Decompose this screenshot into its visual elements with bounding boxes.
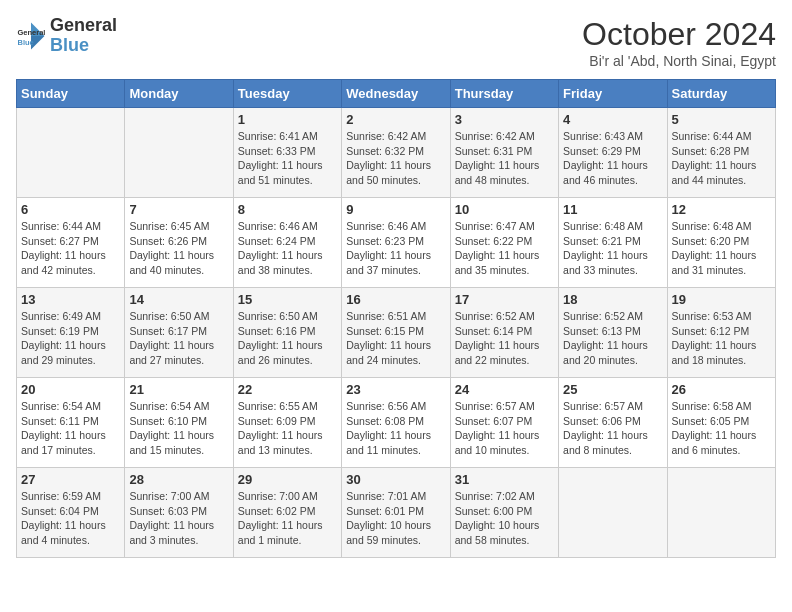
calendar-cell: 23Sunrise: 6:56 AM Sunset: 6:08 PM Dayli… <box>342 378 450 468</box>
calendar-cell: 12Sunrise: 6:48 AM Sunset: 6:20 PM Dayli… <box>667 198 775 288</box>
day-info: Sunrise: 6:44 AM Sunset: 6:28 PM Dayligh… <box>672 129 771 188</box>
calendar-cell <box>125 108 233 198</box>
day-info: Sunrise: 6:43 AM Sunset: 6:29 PM Dayligh… <box>563 129 662 188</box>
day-number: 16 <box>346 292 445 307</box>
calendar-body: 1Sunrise: 6:41 AM Sunset: 6:33 PM Daylig… <box>17 108 776 558</box>
day-number: 23 <box>346 382 445 397</box>
weekday-header: Monday <box>125 80 233 108</box>
day-number: 28 <box>129 472 228 487</box>
day-number: 19 <box>672 292 771 307</box>
day-number: 30 <box>346 472 445 487</box>
day-number: 12 <box>672 202 771 217</box>
calendar-week-row: 6Sunrise: 6:44 AM Sunset: 6:27 PM Daylig… <box>17 198 776 288</box>
day-number: 6 <box>21 202 120 217</box>
day-info: Sunrise: 6:59 AM Sunset: 6:04 PM Dayligh… <box>21 489 120 548</box>
day-info: Sunrise: 6:57 AM Sunset: 6:07 PM Dayligh… <box>455 399 554 458</box>
weekday-header: Saturday <box>667 80 775 108</box>
calendar-cell: 15Sunrise: 6:50 AM Sunset: 6:16 PM Dayli… <box>233 288 341 378</box>
day-info: Sunrise: 6:41 AM Sunset: 6:33 PM Dayligh… <box>238 129 337 188</box>
calendar-cell: 14Sunrise: 6:50 AM Sunset: 6:17 PM Dayli… <box>125 288 233 378</box>
day-info: Sunrise: 6:44 AM Sunset: 6:27 PM Dayligh… <box>21 219 120 278</box>
calendar-cell: 19Sunrise: 6:53 AM Sunset: 6:12 PM Dayli… <box>667 288 775 378</box>
day-info: Sunrise: 7:00 AM Sunset: 6:03 PM Dayligh… <box>129 489 228 548</box>
svg-text:Blue: Blue <box>18 38 34 47</box>
calendar-cell: 17Sunrise: 6:52 AM Sunset: 6:14 PM Dayli… <box>450 288 558 378</box>
day-number: 22 <box>238 382 337 397</box>
calendar-cell: 9Sunrise: 6:46 AM Sunset: 6:23 PM Daylig… <box>342 198 450 288</box>
day-number: 10 <box>455 202 554 217</box>
calendar-cell: 11Sunrise: 6:48 AM Sunset: 6:21 PM Dayli… <box>559 198 667 288</box>
calendar-cell: 1Sunrise: 6:41 AM Sunset: 6:33 PM Daylig… <box>233 108 341 198</box>
day-info: Sunrise: 6:42 AM Sunset: 6:31 PM Dayligh… <box>455 129 554 188</box>
day-number: 14 <box>129 292 228 307</box>
calendar-cell <box>667 468 775 558</box>
day-info: Sunrise: 7:02 AM Sunset: 6:00 PM Dayligh… <box>455 489 554 548</box>
day-number: 7 <box>129 202 228 217</box>
calendar-cell: 25Sunrise: 6:57 AM Sunset: 6:06 PM Dayli… <box>559 378 667 468</box>
day-number: 2 <box>346 112 445 127</box>
logo-icon: General Blue <box>16 21 46 51</box>
weekday-header: Sunday <box>17 80 125 108</box>
day-number: 25 <box>563 382 662 397</box>
location: Bi'r al 'Abd, North Sinai, Egypt <box>582 53 776 69</box>
day-info: Sunrise: 6:51 AM Sunset: 6:15 PM Dayligh… <box>346 309 445 368</box>
day-number: 4 <box>563 112 662 127</box>
day-number: 21 <box>129 382 228 397</box>
calendar-cell: 26Sunrise: 6:58 AM Sunset: 6:05 PM Dayli… <box>667 378 775 468</box>
calendar-cell: 16Sunrise: 6:51 AM Sunset: 6:15 PM Dayli… <box>342 288 450 378</box>
day-number: 17 <box>455 292 554 307</box>
day-info: Sunrise: 6:50 AM Sunset: 6:17 PM Dayligh… <box>129 309 228 368</box>
day-info: Sunrise: 6:55 AM Sunset: 6:09 PM Dayligh… <box>238 399 337 458</box>
calendar-cell: 4Sunrise: 6:43 AM Sunset: 6:29 PM Daylig… <box>559 108 667 198</box>
calendar-cell: 8Sunrise: 6:46 AM Sunset: 6:24 PM Daylig… <box>233 198 341 288</box>
calendar-cell: 6Sunrise: 6:44 AM Sunset: 6:27 PM Daylig… <box>17 198 125 288</box>
day-info: Sunrise: 6:48 AM Sunset: 6:20 PM Dayligh… <box>672 219 771 278</box>
month-title: October 2024 <box>582 16 776 53</box>
calendar-cell: 27Sunrise: 6:59 AM Sunset: 6:04 PM Dayli… <box>17 468 125 558</box>
day-info: Sunrise: 6:49 AM Sunset: 6:19 PM Dayligh… <box>21 309 120 368</box>
day-info: Sunrise: 6:45 AM Sunset: 6:26 PM Dayligh… <box>129 219 228 278</box>
calendar-cell: 7Sunrise: 6:45 AM Sunset: 6:26 PM Daylig… <box>125 198 233 288</box>
day-number: 26 <box>672 382 771 397</box>
page-header: General Blue General Blue October 2024 B… <box>16 16 776 69</box>
day-info: Sunrise: 6:42 AM Sunset: 6:32 PM Dayligh… <box>346 129 445 188</box>
calendar-cell: 5Sunrise: 6:44 AM Sunset: 6:28 PM Daylig… <box>667 108 775 198</box>
calendar-cell: 29Sunrise: 7:00 AM Sunset: 6:02 PM Dayli… <box>233 468 341 558</box>
calendar-cell: 30Sunrise: 7:01 AM Sunset: 6:01 PM Dayli… <box>342 468 450 558</box>
calendar-cell: 31Sunrise: 7:02 AM Sunset: 6:00 PM Dayli… <box>450 468 558 558</box>
svg-text:General: General <box>18 27 46 36</box>
calendar-cell: 20Sunrise: 6:54 AM Sunset: 6:11 PM Dayli… <box>17 378 125 468</box>
calendar-cell: 28Sunrise: 7:00 AM Sunset: 6:03 PM Dayli… <box>125 468 233 558</box>
day-number: 24 <box>455 382 554 397</box>
weekday-header: Friday <box>559 80 667 108</box>
logo-text: General Blue <box>50 16 117 56</box>
day-info: Sunrise: 6:46 AM Sunset: 6:23 PM Dayligh… <box>346 219 445 278</box>
day-number: 29 <box>238 472 337 487</box>
calendar-week-row: 20Sunrise: 6:54 AM Sunset: 6:11 PM Dayli… <box>17 378 776 468</box>
day-number: 11 <box>563 202 662 217</box>
day-number: 31 <box>455 472 554 487</box>
day-info: Sunrise: 6:56 AM Sunset: 6:08 PM Dayligh… <box>346 399 445 458</box>
logo: General Blue General Blue <box>16 16 117 56</box>
logo-line1: General <box>50 16 117 36</box>
day-info: Sunrise: 6:52 AM Sunset: 6:13 PM Dayligh… <box>563 309 662 368</box>
calendar-week-row: 13Sunrise: 6:49 AM Sunset: 6:19 PM Dayli… <box>17 288 776 378</box>
calendar-table: SundayMondayTuesdayWednesdayThursdayFrid… <box>16 79 776 558</box>
calendar-week-row: 1Sunrise: 6:41 AM Sunset: 6:33 PM Daylig… <box>17 108 776 198</box>
calendar-cell <box>17 108 125 198</box>
calendar-cell: 13Sunrise: 6:49 AM Sunset: 6:19 PM Dayli… <box>17 288 125 378</box>
weekday-header: Thursday <box>450 80 558 108</box>
day-info: Sunrise: 7:01 AM Sunset: 6:01 PM Dayligh… <box>346 489 445 548</box>
day-number: 1 <box>238 112 337 127</box>
day-number: 3 <box>455 112 554 127</box>
day-number: 13 <box>21 292 120 307</box>
title-area: October 2024 Bi'r al 'Abd, North Sinai, … <box>582 16 776 69</box>
calendar-cell: 3Sunrise: 6:42 AM Sunset: 6:31 PM Daylig… <box>450 108 558 198</box>
day-number: 9 <box>346 202 445 217</box>
day-number: 27 <box>21 472 120 487</box>
day-number: 8 <box>238 202 337 217</box>
calendar-week-row: 27Sunrise: 6:59 AM Sunset: 6:04 PM Dayli… <box>17 468 776 558</box>
day-number: 18 <box>563 292 662 307</box>
calendar-cell: 24Sunrise: 6:57 AM Sunset: 6:07 PM Dayli… <box>450 378 558 468</box>
calendar-cell <box>559 468 667 558</box>
